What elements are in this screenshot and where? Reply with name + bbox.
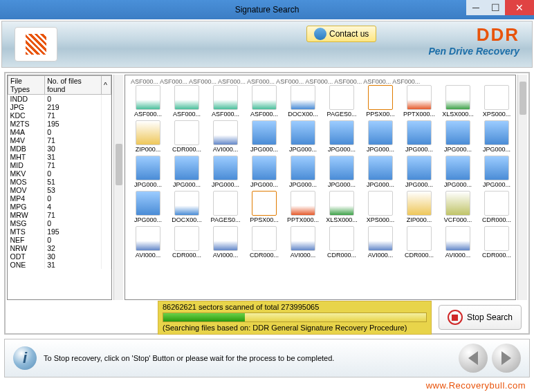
file-icon-item[interactable]: PPTX000... (284, 191, 322, 223)
table-row[interactable]: M4V71 (8, 136, 111, 144)
file-icon-item[interactable]: PPTX000... (400, 85, 438, 118)
file-label: CDR000... (168, 252, 205, 259)
file-icon-item[interactable]: CDR000... (478, 226, 515, 259)
file-icon-item[interactable]: JPG000... (246, 120, 283, 153)
file-icon-item[interactable]: AVI000... (207, 120, 244, 153)
file-type-icon (445, 191, 470, 216)
file-icon-item[interactable]: JPG000... (168, 156, 205, 188)
file-icon-item[interactable]: VCF000... (439, 191, 477, 223)
file-icon-item[interactable]: ZIP000... (129, 120, 167, 153)
table-row[interactable]: MHT31 (8, 153, 111, 161)
file-label: CDR000... (478, 216, 515, 223)
grid-scrollbar[interactable] (517, 75, 527, 300)
file-icon-item[interactable]: AVI000... (439, 226, 477, 259)
file-icon-item[interactable]: AVI000... (129, 226, 167, 259)
file-label: PPTX000... (400, 111, 438, 118)
file-icon-item[interactable]: JPG000... (284, 120, 322, 153)
file-icon-item[interactable]: XLSX000... (439, 85, 477, 118)
table-row[interactable]: NRW32 (8, 244, 111, 252)
file-icon-item[interactable]: CDR000... (168, 226, 205, 259)
file-label: DOCX00... (168, 216, 205, 223)
file-icon-item[interactable]: JPG000... (439, 120, 477, 153)
file-icon-item[interactable]: AVI000... (362, 226, 399, 259)
file-icon-item[interactable]: AVI000... (207, 226, 244, 259)
file-icon-item[interactable]: JPG000... (284, 156, 322, 188)
file-icon-item[interactable]: JPG000... (400, 120, 438, 153)
product-logo (15, 27, 57, 62)
table-row[interactable]: MPG4 (8, 203, 111, 211)
table-row[interactable]: JPG219 (8, 103, 111, 111)
file-icon-item[interactable]: JPG000... (129, 191, 167, 223)
col-files-found[interactable]: No. of files found (45, 76, 102, 95)
table-row[interactable]: NEF0 (8, 236, 111, 244)
table-row[interactable]: MRW71 (8, 211, 111, 219)
file-icon-item[interactable]: DOCX00... (284, 85, 322, 118)
file-icon-item[interactable]: CDR000... (323, 226, 360, 259)
file-icon-item[interactable]: ASF000... (207, 85, 244, 118)
file-icon-item[interactable]: JPG000... (478, 156, 515, 188)
file-icon-item[interactable]: JPG000... (246, 156, 283, 188)
scroll-thumb[interactable] (116, 144, 122, 185)
file-icon-item[interactable]: JPG000... (362, 156, 399, 188)
table-row[interactable]: MOV53 (8, 186, 111, 194)
file-icon-item[interactable]: PPSX00... (362, 85, 399, 118)
col-file-types[interactable]: File Types (8, 76, 45, 95)
file-icon-item[interactable]: JPG000... (129, 156, 167, 188)
file-type-icon (136, 120, 160, 145)
table-row[interactable]: MDB30 (8, 144, 111, 153)
table-row[interactable]: KDC71 (8, 111, 111, 120)
table-row[interactable]: MID71 (8, 161, 111, 169)
brand-name: DDR (428, 24, 519, 46)
table-row[interactable]: M4A0 (8, 128, 111, 136)
table-row[interactable]: INDD0 (8, 95, 111, 104)
file-icon-item[interactable]: ZIP000... (400, 191, 438, 223)
table-row[interactable]: MTS195 (8, 227, 111, 236)
contact-us-button[interactable]: Contact us (306, 26, 376, 42)
maximize-button[interactable]: ☐ (486, 0, 505, 15)
table-row[interactable]: MKV0 (8, 169, 111, 178)
file-icon-item[interactable]: ASF000... (246, 85, 283, 118)
file-icon-item[interactable]: JPG000... (439, 156, 477, 188)
file-types-table[interactable]: File Types No. of files found ^ INDD0JPG… (7, 75, 112, 300)
close-button[interactable]: ✕ (505, 0, 534, 15)
table-row[interactable]: ONE31 (8, 261, 111, 269)
file-icon-item[interactable]: JPG000... (362, 120, 399, 153)
file-icon-item[interactable]: JPG000... (478, 120, 515, 153)
file-label: AVI000... (439, 252, 477, 259)
stop-search-button[interactable]: Stop Search (439, 305, 522, 330)
file-icon-item[interactable]: DOCX00... (168, 191, 205, 223)
file-icon-item[interactable]: JPG000... (323, 156, 360, 188)
scroll-thumb[interactable] (519, 82, 526, 115)
file-label: JPG000... (323, 146, 360, 153)
file-icon-item[interactable]: XLSX000... (323, 191, 360, 223)
file-icon-item[interactable]: JPG000... (207, 156, 244, 188)
file-icon-item[interactable]: CDR000... (168, 120, 205, 153)
file-label: AVI000... (207, 252, 244, 259)
file-label: XPS000... (362, 216, 399, 223)
file-icon-item[interactable]: CDR000... (478, 191, 515, 223)
next-button[interactable] (492, 344, 521, 373)
minimize-button[interactable]: ─ (466, 0, 486, 15)
file-type-icon (484, 226, 509, 251)
file-icon-item[interactable]: JPG000... (400, 156, 438, 188)
results-icon-grid[interactable]: ASF000... ASF000... ASF000... ASF000... … (125, 75, 516, 300)
file-icon-item[interactable]: XPS000... (478, 85, 515, 118)
back-button[interactable] (459, 344, 488, 373)
file-icon-item[interactable]: AVI000... (284, 226, 322, 259)
file-icon-item[interactable]: PAGES0... (207, 191, 244, 223)
file-icon-item[interactable]: ASF000... (129, 85, 167, 118)
table-row[interactable]: MOS51 (8, 178, 111, 186)
stop-icon (448, 310, 463, 325)
table-row[interactable]: MSG0 (8, 219, 111, 227)
file-icon-item[interactable]: CDR000... (400, 226, 438, 259)
file-icon-item[interactable]: JPG000... (323, 120, 360, 153)
file-icon-item[interactable]: PPSX00... (246, 191, 283, 223)
table-scrollbar[interactable] (113, 75, 123, 300)
file-icon-item[interactable]: ASF000... (168, 85, 205, 118)
file-icon-item[interactable]: PAGES0... (323, 85, 360, 118)
table-row[interactable]: MP40 (8, 194, 111, 203)
file-icon-item[interactable]: XPS000... (362, 191, 399, 223)
table-row[interactable]: ODT30 (8, 252, 111, 261)
file-icon-item[interactable]: CDR000... (246, 226, 283, 259)
table-row[interactable]: M2TS195 (8, 120, 111, 128)
